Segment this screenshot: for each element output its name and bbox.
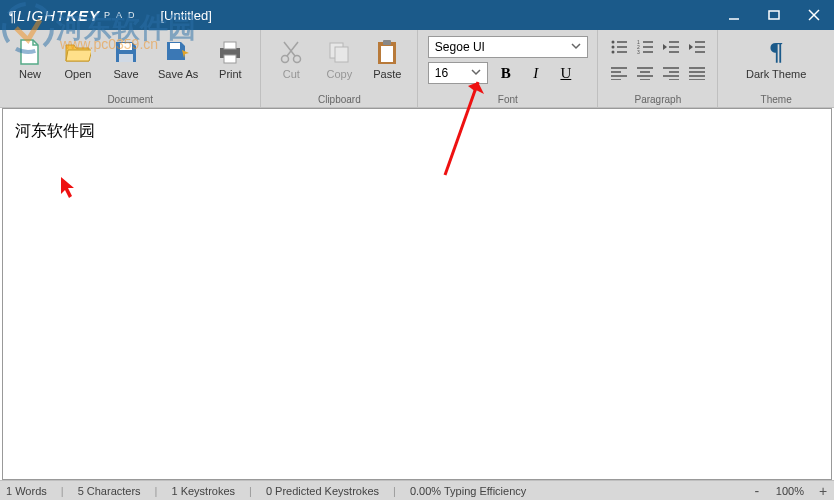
align-justify-button[interactable] xyxy=(686,62,708,84)
svg-point-21 xyxy=(611,46,614,49)
scissors-icon xyxy=(277,38,305,66)
group-label-theme: Theme xyxy=(726,92,826,106)
font-size-value: 16 xyxy=(435,66,448,80)
zoom-level: 100% xyxy=(776,485,804,497)
group-paragraph: 123 Paragraph xyxy=(598,30,718,107)
font-family-value: Segoe UI xyxy=(435,40,485,54)
open-folder-icon xyxy=(64,38,92,66)
svg-text:3: 3 xyxy=(637,49,640,54)
svg-rect-6 xyxy=(170,43,180,49)
svg-rect-18 xyxy=(383,40,391,45)
saveas-icon xyxy=(164,38,192,66)
svg-rect-4 xyxy=(120,43,132,50)
svg-rect-17 xyxy=(381,46,393,62)
status-efficiency: 0.00% Typing Efficiency xyxy=(410,485,526,497)
svg-point-11 xyxy=(294,56,301,63)
svg-rect-9 xyxy=(224,55,236,63)
copy-button: Copy xyxy=(317,34,361,82)
svg-rect-5 xyxy=(119,54,133,62)
zoom-out-button[interactable]: - xyxy=(752,483,762,499)
print-button[interactable]: Print xyxy=(208,34,252,82)
pilcrow-icon: ¶ xyxy=(762,38,790,66)
editor-content: 河东软件园 xyxy=(15,121,819,142)
print-icon xyxy=(216,38,244,66)
cut-button: Cut xyxy=(269,34,313,82)
chevron-down-icon xyxy=(571,40,581,54)
number-list-button[interactable]: 123 xyxy=(634,36,656,58)
align-right-button[interactable] xyxy=(660,62,682,84)
svg-point-23 xyxy=(611,51,614,54)
svg-point-19 xyxy=(611,41,614,44)
group-font: Segoe UI 16 B I U Font xyxy=(418,30,598,107)
maximize-button[interactable] xyxy=(754,0,794,30)
save-icon xyxy=(112,38,140,66)
title-bar: ¶LIGHTKEY P A D [Untitled] xyxy=(0,0,834,30)
outdent-button[interactable] xyxy=(660,36,682,58)
status-bar: 1 Words| 5 Characters| 1 Keystrokes| 0 P… xyxy=(0,480,834,500)
paste-button[interactable]: Paste xyxy=(365,34,409,82)
minimize-button[interactable] xyxy=(714,0,754,30)
underline-button[interactable]: U xyxy=(554,62,578,84)
group-label-paragraph: Paragraph xyxy=(606,92,709,106)
group-clipboard: Cut Copy Paste Clipboard xyxy=(261,30,418,107)
open-button[interactable]: Open xyxy=(56,34,100,82)
align-left-button[interactable] xyxy=(608,62,630,84)
svg-point-10 xyxy=(282,56,289,63)
saveas-button[interactable]: Save As xyxy=(152,34,204,82)
chevron-down-icon xyxy=(471,66,481,80)
status-words: 1 Words xyxy=(6,485,47,497)
align-center-button[interactable] xyxy=(634,62,656,84)
text-editor[interactable]: 河东软件园 xyxy=(2,108,832,480)
group-label-font: Font xyxy=(426,92,589,106)
new-button[interactable]: New xyxy=(8,34,52,82)
svg-rect-15 xyxy=(335,47,348,62)
new-file-icon xyxy=(16,38,44,66)
svg-rect-8 xyxy=(224,42,236,49)
group-label-document: Document xyxy=(8,92,252,106)
font-size-combo[interactable]: 16 xyxy=(428,62,488,84)
ribbon-toolbar: New Open Save Save As Print Document xyxy=(0,30,834,108)
window-controls xyxy=(714,0,834,30)
app-logo: ¶LIGHTKEY xyxy=(8,7,100,24)
document-title: [Untitled] xyxy=(160,8,211,23)
group-document: New Open Save Save As Print Document xyxy=(0,30,261,107)
group-label-clipboard: Clipboard xyxy=(269,92,409,106)
indent-button[interactable] xyxy=(686,36,708,58)
save-button[interactable]: Save xyxy=(104,34,148,82)
bold-button[interactable]: B xyxy=(494,62,518,84)
close-button[interactable] xyxy=(794,0,834,30)
font-family-combo[interactable]: Segoe UI xyxy=(428,36,588,58)
bullet-list-button[interactable] xyxy=(608,36,630,58)
dark-theme-button[interactable]: ¶ Dark Theme xyxy=(736,34,816,82)
paste-icon xyxy=(373,38,401,66)
status-chars: 5 Characters xyxy=(78,485,141,497)
zoom-in-button[interactable]: + xyxy=(818,483,828,499)
svg-rect-1 xyxy=(769,11,779,19)
status-keystrokes: 1 Keystrokes xyxy=(171,485,235,497)
group-theme: ¶ Dark Theme Theme xyxy=(718,30,834,107)
copy-icon xyxy=(325,38,353,66)
italic-button[interactable]: I xyxy=(524,62,548,84)
app-subtitle: P A D xyxy=(104,10,136,20)
status-predicted: 0 Predicted Keystrokes xyxy=(266,485,379,497)
